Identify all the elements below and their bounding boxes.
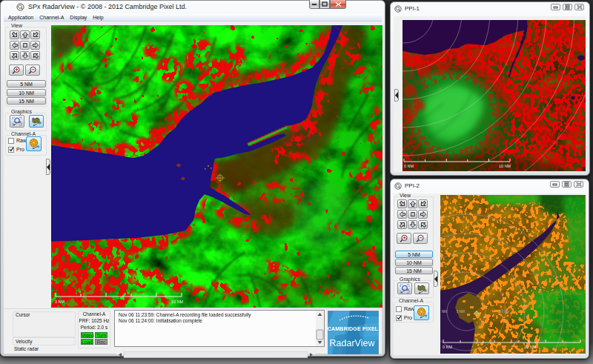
svg-text:10 NM: 10 NM — [499, 164, 511, 168]
svg-text:0 NM: 0 NM — [55, 300, 65, 304]
svg-text:NM: NM — [442, 310, 447, 314]
svg-text:RadarView: RadarView — [330, 338, 376, 348]
svg-text:0 NM: 0 NM — [404, 164, 414, 168]
svg-text:20 NM: 20 NM — [524, 345, 537, 349]
svg-text:10 NM: 10 NM — [171, 300, 184, 304]
svg-text:CAMBRIDGE PIXEL: CAMBRIDGE PIXEL — [328, 325, 379, 332]
svg-text:0 NM: 0 NM — [443, 345, 453, 349]
svg-text:5 NM: 5 NM — [457, 310, 465, 314]
svg-text:10 NM: 10 NM — [500, 310, 510, 314]
